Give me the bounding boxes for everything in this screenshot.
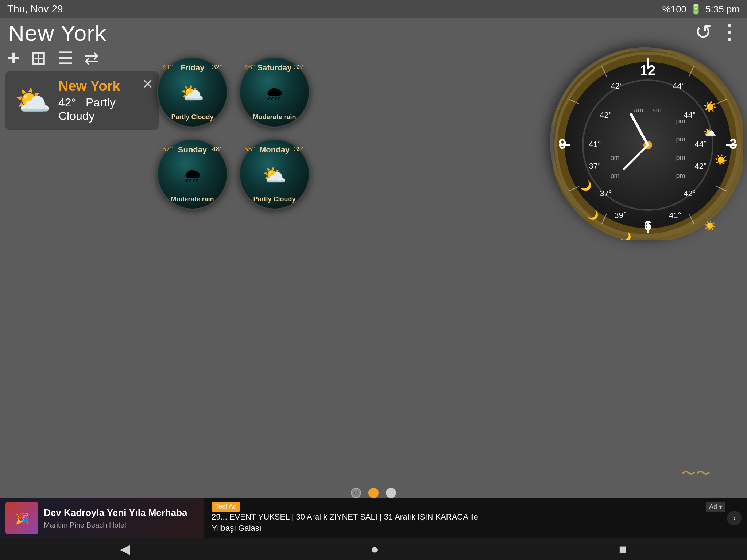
svg-text:37°: 37° <box>600 189 612 198</box>
svg-line-8 <box>716 186 727 191</box>
time-display: 5:35 pm <box>705 4 740 15</box>
monday-low: 39° <box>294 145 305 153</box>
ad-thumbnail: 🎉 <box>5 502 38 534</box>
ad-label: Ad ▾ <box>706 502 725 512</box>
current-weather-card: ⛅ New York 42° Partly Cloudy ✕ <box>5 71 159 130</box>
ad-banner: 🎉 Dev Kadroyla Yeni Yıla Merhaba Maritim… <box>0 498 747 538</box>
add-button[interactable]: + <box>7 46 20 70</box>
toolbar: + ⊞ ☰ ⇄ <box>7 46 99 70</box>
page-indicators: ⊙ <box>351 488 396 498</box>
svg-text:41°: 41° <box>589 140 601 149</box>
svg-point-1 <box>557 55 738 236</box>
svg-text:🌙: 🌙 <box>588 210 599 220</box>
close-card-button[interactable]: ✕ <box>142 77 153 92</box>
forecast-monday[interactable]: 55° 39° Monday ⛅ Partly Cloudy <box>239 139 310 210</box>
svg-point-23 <box>643 141 652 149</box>
swap-button[interactable]: ⇄ <box>84 48 99 68</box>
wavy-decoration: 〜〜 <box>681 463 711 483</box>
svg-line-6 <box>689 66 694 77</box>
forecast-sunday[interactable]: 57° 48° Sunday 🌧 Moderate rain <box>157 139 228 210</box>
svg-text:12: 12 <box>640 63 655 78</box>
svg-text:☀️: ☀️ <box>715 154 727 166</box>
svg-text:42°: 42° <box>600 110 612 120</box>
svg-text:pm: pm <box>676 172 685 179</box>
current-weather-icon: ⛅ <box>15 86 51 115</box>
clock-widget[interactable]: am am pm pm pm am pm pm 12 3 6 9 42° <box>550 47 740 259</box>
grid-button[interactable]: ⊞ <box>31 47 47 69</box>
nav-back-button[interactable]: ◀ <box>120 541 130 557</box>
friday-low: 32° <box>212 63 222 71</box>
svg-line-10 <box>602 214 607 224</box>
svg-text:☀️: ☀️ <box>704 220 716 232</box>
svg-text:42°: 42° <box>684 189 696 198</box>
saturday-icon: 🌧 <box>265 83 284 102</box>
monday-icon: ⛅ <box>263 166 286 184</box>
svg-line-9 <box>689 214 694 224</box>
svg-text:am: am <box>610 154 619 161</box>
sunday-low: 48° <box>212 145 222 153</box>
svg-text:37°: 37° <box>589 162 601 171</box>
battery-icon: 🔋 <box>690 4 702 15</box>
svg-text:⛅: ⛅ <box>704 127 716 139</box>
ad-sub-text: Maritim Pine Beach Hotel <box>44 521 198 529</box>
nav-home-button[interactable]: ● <box>371 541 379 557</box>
svg-line-25 <box>624 145 648 169</box>
top-right-buttons: ↺ ⋮ <box>695 20 740 44</box>
svg-text:pm: pm <box>676 154 685 161</box>
monday-label: Monday <box>259 145 290 155</box>
svg-text:pm: pm <box>676 136 685 143</box>
svg-text:41°: 41° <box>669 211 681 220</box>
friday-high: 41° <box>162 63 173 71</box>
saturday-label: Saturday <box>257 63 291 73</box>
svg-text:44°: 44° <box>673 81 685 90</box>
svg-line-11 <box>569 186 579 191</box>
weather-temp: 42° <box>58 96 76 109</box>
svg-text:9: 9 <box>558 136 566 152</box>
sunday-icon: 🌧 <box>183 166 202 184</box>
nav-bar: ◀ ● ■ <box>0 538 747 560</box>
clock-face: am am pm pm pm am pm pm 12 3 6 9 42° <box>550 47 740 237</box>
friday-label: Friday <box>180 63 204 73</box>
menu-button[interactable]: ⋮ <box>719 20 740 44</box>
friday-icon: ⛅ <box>181 83 204 102</box>
saturday-low: 33° <box>294 63 305 71</box>
svg-point-0 <box>556 53 740 237</box>
list-button[interactable]: ☰ <box>58 48 73 68</box>
saturday-high: 46° <box>244 63 255 71</box>
forecast-saturday[interactable]: 46° 33° Saturday 🌧 Moderate rain <box>239 57 310 128</box>
friday-condition: Partly Cloudy <box>171 113 213 121</box>
svg-line-12 <box>569 99 579 104</box>
svg-text:3: 3 <box>729 136 737 152</box>
svg-text:am: am <box>634 106 643 114</box>
monday-condition: Partly Cloudy <box>253 195 295 203</box>
forecast-grid: 41° 32° Friday ⛅ Partly Cloudy 46° 33° S… <box>157 57 310 210</box>
date-display: Thu, Nov 29 <box>7 3 63 15</box>
battery-percent: %100 <box>662 4 687 15</box>
svg-text:☀️: ☀️ <box>703 100 717 113</box>
nav-recents-button[interactable]: ■ <box>619 541 627 557</box>
sunday-high: 57° <box>162 145 173 153</box>
svg-line-13 <box>602 66 607 77</box>
sunday-label: Sunday <box>178 145 207 155</box>
svg-line-7 <box>716 99 727 104</box>
current-weather-info: New York 42° Partly Cloudy <box>58 78 150 123</box>
svg-text:42°: 42° <box>611 81 623 90</box>
ad-main-text: Dev Kadroyla Yeni Yıla Merhaba <box>44 507 198 519</box>
svg-text:6: 6 <box>644 218 651 233</box>
ad-left[interactable]: 🎉 Dev Kadroyla Yeni Yıla Merhaba Maritim… <box>0 498 204 538</box>
ad-arrow-button[interactable]: › <box>727 511 742 525</box>
status-bar: Thu, Nov 29 %100 🔋 5:35 pm <box>0 0 747 18</box>
page-dot-1[interactable] <box>368 488 379 498</box>
ad-right[interactable]: Test Ad 29... EVENT YÜKSEL | 30 Aralık Z… <box>204 498 747 538</box>
status-right: %100 🔋 5:35 pm <box>662 4 740 15</box>
weather-temp-condition: 42° Partly Cloudy <box>58 96 150 123</box>
ad-test-badge: Test Ad <box>212 502 240 512</box>
refresh-button[interactable]: ↺ <box>695 20 712 44</box>
location-indicator[interactable]: ⊙ <box>351 488 361 498</box>
page-dot-2[interactable] <box>386 488 396 498</box>
sunday-condition: Moderate rain <box>171 195 214 203</box>
weather-city: New York <box>58 78 150 94</box>
forecast-friday[interactable]: 41° 32° Friday ⛅ Partly Cloudy <box>157 57 228 128</box>
svg-text:am: am <box>652 106 661 114</box>
ad-text-left: Dev Kadroyla Yeni Yıla Merhaba Maritim P… <box>44 507 198 529</box>
